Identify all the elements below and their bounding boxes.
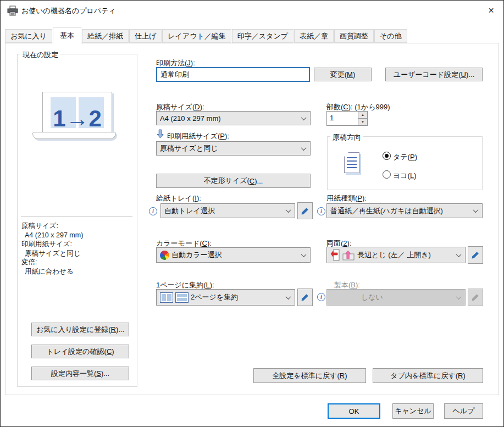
color-mode-select[interactable]: 自動カラー選択 <box>156 247 311 263</box>
spin-buttons: ▲ ▼ <box>358 112 367 125</box>
duplex-bind-icon <box>342 249 355 261</box>
register-favorites-button[interactable]: お気に入り設定に登録(R)... <box>31 323 129 336</box>
preview-combine-text: 1→2 <box>42 107 112 130</box>
chevron-down-icon <box>301 252 307 257</box>
copies-value: 1 <box>330 114 334 122</box>
color-mode-value: 自動カラー選択 <box>171 250 222 260</box>
combine-select[interactable]: 2ページを集約 <box>156 289 295 306</box>
print-paper-size-select[interactable]: 原稿サイズと同じ <box>156 141 311 156</box>
tab-other[interactable]: その他 <box>374 29 407 43</box>
preview-paper-curl <box>32 132 116 139</box>
pencil-icon <box>301 207 309 215</box>
duplex-select[interactable]: 長辺とじ (左／ 上開き) <box>326 247 466 263</box>
summary-label: 印刷用紙サイズ: <box>21 240 132 249</box>
summary-value: A4 (210 x 297 mm) <box>21 231 132 240</box>
print-method-value: 通常印刷 <box>160 70 189 80</box>
paper-type-value: 普通紙／再生紙(ハガキは自動選択) <box>330 206 443 216</box>
combine-value: 2ページを集約 <box>191 292 238 302</box>
printer-icon <box>7 5 19 16</box>
pencil-icon <box>301 293 309 302</box>
paper-tray-edit-button[interactable] <box>297 202 313 219</box>
orientation-landscape-label[interactable]: ヨコ(L) <box>393 171 417 181</box>
page-lines <box>347 157 357 170</box>
pencil-icon <box>471 251 480 259</box>
tab-cover-chapter[interactable]: 表紙／章 <box>294 29 334 43</box>
paper-tray-value: 自動トレイ選択 <box>164 206 215 216</box>
spin-down-icon[interactable]: ▼ <box>358 119 367 125</box>
restore-all-defaults-button[interactable]: 全設定を標準に戻す(R) <box>253 368 366 383</box>
custom-size-button[interactable]: 不定形サイズ(C)... <box>156 174 311 188</box>
print-paper-size-value: 原稿サイズと同じ <box>160 143 218 153</box>
orientation-portrait-label[interactable]: タテ(P) <box>393 152 417 162</box>
info-icon[interactable]: i <box>149 207 157 215</box>
chevron-down-icon <box>286 294 291 300</box>
tab-layout-edit[interactable]: レイアウト／編集 <box>162 29 231 43</box>
tab-basic[interactable]: 基本 <box>53 27 81 43</box>
print-method-input[interactable]: 通常印刷 <box>156 67 310 82</box>
summary-divider <box>21 217 132 217</box>
change-button[interactable]: 変更(M) <box>314 68 372 81</box>
duplex-flip-icon <box>330 248 340 262</box>
color-wheel-icon <box>160 251 169 260</box>
ok-button[interactable]: OK <box>328 403 380 419</box>
summary-label: 変倍: <box>21 258 132 267</box>
orientation-portrait-radio[interactable] <box>383 152 391 160</box>
duplex-value: 長辺とじ (左／ 上開き) <box>357 250 431 260</box>
orientation-landscape-radio[interactable] <box>383 170 391 179</box>
window-title: お使いの機器名のプロパティ <box>21 6 116 16</box>
tab-stamp[interactable]: 印字／スタンプ <box>232 29 293 43</box>
cancel-button[interactable]: キャンセル <box>392 403 434 419</box>
title-bar: お使いの機器名のプロパティ ✕ <box>1 1 503 20</box>
paper-type-select[interactable]: 普通紙／再生紙(ハガキは自動選択) <box>326 203 483 218</box>
paper-tray-select[interactable]: 自動トレイ選択 <box>160 203 295 218</box>
two-up-vertical-icon <box>175 292 189 303</box>
portrait-document-icon <box>344 152 359 173</box>
orientation-group-label: 原稿方向 <box>330 132 363 142</box>
summary-label: 原稿サイズ: <box>21 221 132 231</box>
user-code-settings-button[interactable]: ユーザーコード設定(U)... <box>385 68 483 81</box>
chevron-down-icon <box>301 145 307 151</box>
booklet-select: しない <box>326 289 466 306</box>
paper-tray-label: 給紙トレイ(I): <box>156 193 201 203</box>
info-icon[interactable]: i <box>317 207 325 215</box>
summary-value: 原稿サイズと同じ <box>21 249 132 258</box>
tab-finishing[interactable]: 仕上げ <box>129 29 162 43</box>
check-tray-settings-button[interactable]: トレイ設定の確認(C) <box>31 345 129 358</box>
down-arrow-icon <box>157 129 164 138</box>
booklet-value: しない <box>361 292 383 302</box>
spin-up-icon[interactable]: ▲ <box>358 112 367 119</box>
help-button[interactable]: ヘルプ <box>444 403 483 419</box>
duplex-edit-button[interactable] <box>468 246 483 264</box>
page-fold <box>344 152 348 157</box>
tab-favorites[interactable]: お気に入り <box>5 29 52 43</box>
two-up-horizontal-icon <box>160 292 173 303</box>
print-paper-size-label: 印刷用紙サイズ(P): <box>167 131 229 141</box>
summary-value: 用紙に合わせる <box>21 267 132 276</box>
settings-summary: 原稿サイズ: A4 (210 x 297 mm) 印刷用紙サイズ: 原稿サイズと… <box>21 221 132 276</box>
info-icon[interactable]: i <box>317 293 325 301</box>
printer-properties-dialog: お使いの機器名のプロパティ ✕ お気に入り 基本 給紙／排紙 仕上げ レイアウト… <box>0 0 504 427</box>
chevron-down-icon <box>456 252 462 257</box>
tab-paper-feed[interactable]: 給紙／排紙 <box>82 29 129 43</box>
close-icon[interactable]: ✕ <box>479 1 503 20</box>
restore-tab-defaults-button[interactable]: タブ内を標準に戻す(R) <box>373 368 483 383</box>
chevron-down-icon <box>286 207 291 213</box>
current-settings-label: 現在の設定 <box>20 50 60 60</box>
original-size-value: A4 (210 x 297 mm) <box>160 114 221 123</box>
chevron-down-icon <box>473 207 479 213</box>
original-size-select[interactable]: A4 (210 x 297 mm) <box>156 111 311 125</box>
tab-strip: お気に入り 基本 給紙／排紙 仕上げ レイアウト／編集 印字／スタンプ 表紙／章… <box>5 27 408 43</box>
copies-stepper[interactable]: 1 ▲ ▼ <box>326 111 368 126</box>
tab-image-quality[interactable]: 画質調整 <box>334 29 374 43</box>
chevron-down-icon <box>456 294 462 300</box>
settings-list-button[interactable]: 設定内容一覧(S)... <box>31 367 129 380</box>
paper-type-label: 用紙種類(P): <box>326 193 367 203</box>
pencil-icon <box>471 293 480 302</box>
combine-edit-button[interactable] <box>297 289 313 306</box>
chevron-down-icon <box>301 115 307 120</box>
booklet-edit-button <box>468 289 483 306</box>
